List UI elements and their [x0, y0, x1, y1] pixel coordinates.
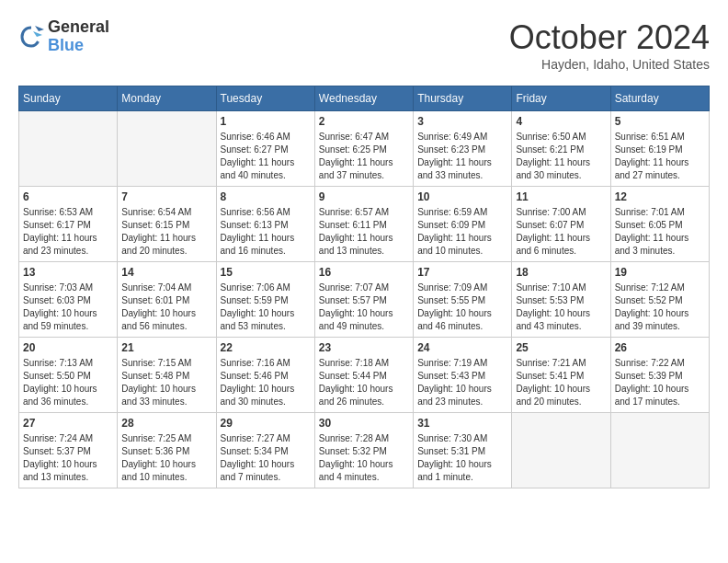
day-number: 11: [516, 190, 606, 203]
day-info: Sunrise: 7:27 AM Sunset: 5:34 PM Dayligh…: [221, 432, 311, 484]
calendar-cell: 1Sunrise: 6:46 AM Sunset: 6:27 PM Daylig…: [216, 111, 314, 187]
day-info: Sunrise: 7:12 AM Sunset: 5:52 PM Dayligh…: [615, 282, 705, 333]
day-info: Sunrise: 7:28 AM Sunset: 5:32 PM Dayligh…: [319, 432, 409, 484]
day-number: 7: [121, 190, 211, 203]
calendar-week-2: 6Sunrise: 6:53 AM Sunset: 6:17 PM Daylig…: [19, 187, 710, 262]
day-number: 29: [221, 417, 311, 430]
day-info: Sunrise: 7:18 AM Sunset: 5:44 PM Dayligh…: [319, 357, 409, 408]
day-number: 23: [319, 341, 409, 354]
day-number: 8: [221, 190, 311, 203]
day-number: 3: [417, 115, 507, 128]
calendar-cell: 9Sunrise: 6:57 AM Sunset: 6:11 PM Daylig…: [314, 187, 413, 262]
calendar-cell: 30Sunrise: 7:28 AM Sunset: 5:32 PM Dayli…: [314, 413, 413, 488]
calendar-cell: 19Sunrise: 7:12 AM Sunset: 5:52 PM Dayli…: [610, 262, 709, 338]
location: Hayden, Idaho, United States: [509, 57, 710, 72]
day-info: Sunrise: 7:30 AM Sunset: 5:31 PM Dayligh…: [417, 432, 507, 484]
logo: General Blue: [18, 18, 109, 55]
day-number: 15: [221, 266, 311, 279]
day-number: 12: [615, 190, 705, 203]
day-info: Sunrise: 7:22 AM Sunset: 5:39 PM Dayligh…: [615, 357, 705, 408]
day-number: 10: [417, 190, 507, 203]
calendar-cell: 5Sunrise: 6:51 AM Sunset: 6:19 PM Daylig…: [610, 111, 709, 187]
day-number: 6: [23, 190, 113, 203]
calendar-week-5: 27Sunrise: 7:24 AM Sunset: 5:37 PM Dayli…: [19, 413, 710, 488]
calendar-header-monday: Monday: [118, 86, 216, 111]
day-info: Sunrise: 6:46 AM Sunset: 6:27 PM Dayligh…: [221, 131, 311, 182]
calendar-cell: 10Sunrise: 6:59 AM Sunset: 6:09 PM Dayli…: [414, 187, 512, 262]
day-number: 17: [417, 266, 507, 279]
calendar-cell: 18Sunrise: 7:10 AM Sunset: 5:53 PM Dayli…: [512, 262, 610, 338]
calendar-cell: 22Sunrise: 7:16 AM Sunset: 5:46 PM Dayli…: [216, 338, 314, 413]
calendar-header-tuesday: Tuesday: [216, 86, 314, 111]
title-block: October 2024 Hayden, Idaho, United State…: [509, 18, 710, 72]
day-number: 4: [516, 115, 606, 128]
day-info: Sunrise: 7:06 AM Sunset: 5:59 PM Dayligh…: [221, 282, 311, 333]
calendar-cell: 29Sunrise: 7:27 AM Sunset: 5:34 PM Dayli…: [216, 413, 314, 488]
calendar-header-sunday: Sunday: [19, 86, 118, 111]
calendar-cell: 11Sunrise: 7:00 AM Sunset: 6:07 PM Dayli…: [512, 187, 610, 262]
day-number: 19: [615, 266, 705, 279]
day-number: 30: [319, 417, 409, 430]
calendar-week-1: 1Sunrise: 6:46 AM Sunset: 6:27 PM Daylig…: [19, 111, 710, 187]
day-info: Sunrise: 7:25 AM Sunset: 5:36 PM Dayligh…: [121, 432, 211, 484]
day-number: 20: [23, 341, 113, 354]
logo-line2: Blue: [48, 37, 109, 55]
calendar-cell: 14Sunrise: 7:04 AM Sunset: 6:01 PM Dayli…: [118, 262, 216, 338]
day-number: 5: [615, 115, 705, 128]
calendar-cell: 20Sunrise: 7:13 AM Sunset: 5:50 PM Dayli…: [19, 338, 118, 413]
day-number: 24: [417, 341, 507, 354]
day-info: Sunrise: 7:09 AM Sunset: 5:55 PM Dayligh…: [417, 282, 507, 333]
day-number: 27: [23, 417, 113, 430]
calendar-cell: 26Sunrise: 7:22 AM Sunset: 5:39 PM Dayli…: [610, 338, 709, 413]
day-info: Sunrise: 7:00 AM Sunset: 6:07 PM Dayligh…: [516, 206, 606, 258]
day-info: Sunrise: 7:07 AM Sunset: 5:57 PM Dayligh…: [319, 282, 409, 333]
calendar-cell: 13Sunrise: 7:03 AM Sunset: 6:03 PM Dayli…: [19, 262, 118, 338]
calendar-cell: 12Sunrise: 7:01 AM Sunset: 6:05 PM Dayli…: [610, 187, 709, 262]
calendar-cell: [118, 111, 216, 187]
day-number: 2: [319, 115, 409, 128]
logo-icon: [18, 24, 44, 50]
day-info: Sunrise: 7:01 AM Sunset: 6:05 PM Dayligh…: [615, 206, 705, 258]
day-info: Sunrise: 6:50 AM Sunset: 6:21 PM Dayligh…: [516, 131, 606, 182]
day-number: 9: [319, 190, 409, 203]
page-header: General Blue October 2024 Hayden, Idaho,…: [18, 18, 710, 72]
calendar-cell: 15Sunrise: 7:06 AM Sunset: 5:59 PM Dayli…: [216, 262, 314, 338]
day-number: 21: [121, 341, 211, 354]
calendar-header-friday: Friday: [512, 86, 610, 111]
day-number: 1: [221, 115, 311, 128]
day-number: 26: [615, 341, 705, 354]
day-info: Sunrise: 7:21 AM Sunset: 5:41 PM Dayligh…: [516, 357, 606, 408]
day-info: Sunrise: 6:53 AM Sunset: 6:17 PM Dayligh…: [23, 206, 113, 258]
day-info: Sunrise: 6:59 AM Sunset: 6:09 PM Dayligh…: [417, 206, 507, 258]
calendar-cell: 16Sunrise: 7:07 AM Sunset: 5:57 PM Dayli…: [314, 262, 413, 338]
day-number: 18: [516, 266, 606, 279]
day-info: Sunrise: 7:15 AM Sunset: 5:48 PM Dayligh…: [121, 357, 211, 408]
day-info: Sunrise: 7:13 AM Sunset: 5:50 PM Dayligh…: [23, 357, 113, 408]
calendar-header-wednesday: Wednesday: [314, 86, 413, 111]
calendar-cell: 24Sunrise: 7:19 AM Sunset: 5:43 PM Dayli…: [414, 338, 512, 413]
day-number: 22: [221, 341, 311, 354]
calendar-cell: 3Sunrise: 6:49 AM Sunset: 6:23 PM Daylig…: [414, 111, 512, 187]
day-info: Sunrise: 6:56 AM Sunset: 6:13 PM Dayligh…: [221, 206, 311, 258]
day-info: Sunrise: 7:03 AM Sunset: 6:03 PM Dayligh…: [23, 282, 113, 333]
day-number: 31: [417, 417, 507, 430]
day-info: Sunrise: 7:04 AM Sunset: 6:01 PM Dayligh…: [121, 282, 211, 333]
calendar-header-saturday: Saturday: [610, 86, 709, 111]
day-number: 28: [121, 417, 211, 430]
calendar-cell: 4Sunrise: 6:50 AM Sunset: 6:21 PM Daylig…: [512, 111, 610, 187]
calendar-table: SundayMondayTuesdayWednesdayThursdayFrid…: [18, 86, 710, 488]
calendar-cell: 25Sunrise: 7:21 AM Sunset: 5:41 PM Dayli…: [512, 338, 610, 413]
month-title: October 2024: [509, 18, 710, 57]
calendar-cell: 17Sunrise: 7:09 AM Sunset: 5:55 PM Dayli…: [414, 262, 512, 338]
day-info: Sunrise: 6:49 AM Sunset: 6:23 PM Dayligh…: [417, 131, 507, 182]
calendar-cell: 27Sunrise: 7:24 AM Sunset: 5:37 PM Dayli…: [19, 413, 118, 488]
day-info: Sunrise: 6:47 AM Sunset: 6:25 PM Dayligh…: [319, 131, 409, 182]
calendar-cell: 21Sunrise: 7:15 AM Sunset: 5:48 PM Dayli…: [118, 338, 216, 413]
calendar-week-3: 13Sunrise: 7:03 AM Sunset: 6:03 PM Dayli…: [19, 262, 710, 338]
day-info: Sunrise: 6:54 AM Sunset: 6:15 PM Dayligh…: [121, 206, 211, 258]
calendar-header-row: SundayMondayTuesdayWednesdayThursdayFrid…: [19, 86, 710, 111]
day-info: Sunrise: 6:51 AM Sunset: 6:19 PM Dayligh…: [615, 131, 705, 182]
day-number: 14: [121, 266, 211, 279]
day-info: Sunrise: 6:57 AM Sunset: 6:11 PM Dayligh…: [319, 206, 409, 258]
calendar-cell: 8Sunrise: 6:56 AM Sunset: 6:13 PM Daylig…: [216, 187, 314, 262]
